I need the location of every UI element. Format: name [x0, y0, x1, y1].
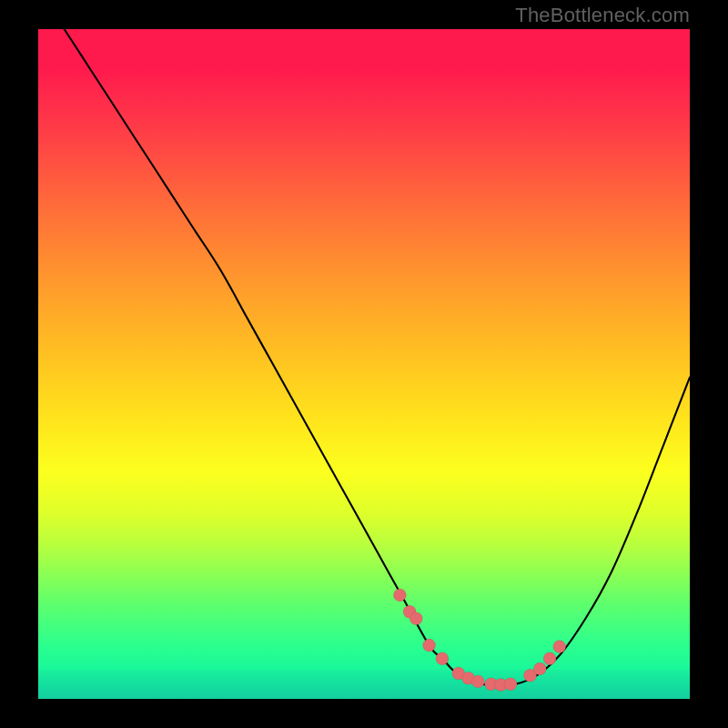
curve-dot: [471, 675, 484, 688]
curve-dot: [423, 639, 436, 652]
curve-dot: [410, 612, 422, 625]
chart-frame: TheBottleneck.com: [0, 0, 728, 728]
curve-dots: [393, 589, 565, 692]
watermark-text: TheBottleneck.com: [515, 4, 690, 27]
curve-dot: [553, 641, 566, 653]
curve-dot: [436, 652, 449, 665]
curve-dot: [533, 662, 546, 675]
plot-overlay: [38, 29, 690, 699]
curve-dot: [393, 589, 406, 602]
curve-dot: [504, 678, 517, 691]
bottleneck-curve: [65, 29, 690, 686]
curve-dot: [543, 652, 556, 665]
